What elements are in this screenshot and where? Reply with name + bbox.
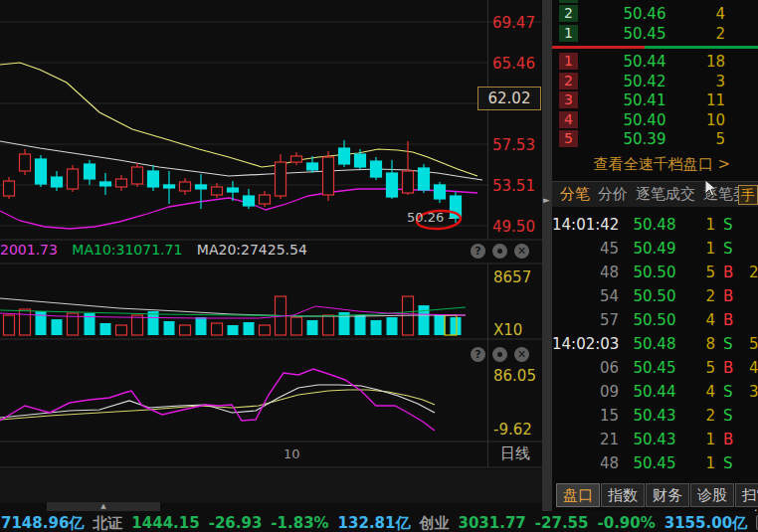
- tick-trade-list: 14:01:4250.481S4550.491S4850.505B25450.5…: [552, 213, 758, 475]
- bid-ask-ratio-bar: [552, 46, 758, 49]
- price-tick-label: 69.47: [492, 14, 540, 32]
- trade-volume: 2: [687, 284, 715, 308]
- status-segment: 7148.96亿: [1, 511, 84, 532]
- trade-side: S: [723, 404, 739, 428]
- trade-time: 06: [552, 356, 619, 380]
- settings-icon[interactable]: [492, 244, 507, 259]
- bid-row[interactable]: 150.4418: [552, 52, 758, 72]
- bid-price[interactable]: 50.40: [607, 110, 682, 130]
- trade-extra: 4: [749, 356, 758, 380]
- volume-ma10: MA10:31071.71: [72, 242, 182, 258]
- status-segment: -26.93: [209, 511, 263, 532]
- trade-side: S: [723, 213, 739, 237]
- trade-price: 50.45: [630, 356, 679, 380]
- tab-1[interactable]: 分笔: [560, 182, 590, 207]
- panel-bottom-tabs: 盘口指数财务诊股扫雷车: [552, 483, 758, 509]
- trade-price: 50.43: [630, 428, 679, 451]
- trade-price: 50.48: [630, 332, 679, 356]
- trade-volume: 5: [687, 261, 715, 284]
- market-status-bar: 7148.96亿北证1444.15-26.93-1.83%132.81亿创业30…: [0, 511, 758, 532]
- ask-level-badge: 1: [559, 25, 578, 42]
- trade-time: 14:01:42: [552, 213, 619, 237]
- trade-volume: 1: [687, 213, 715, 237]
- trade-time: 48: [552, 451, 619, 475]
- bid-price[interactable]: 50.42: [607, 72, 682, 91]
- trade-extra: 2: [749, 261, 758, 284]
- volume-pane-controls: ? ✕: [471, 244, 529, 259]
- drawer-handle[interactable]: ▲: [47, 502, 160, 511]
- bid-price[interactable]: 50.44: [607, 52, 682, 72]
- bid-row[interactable]: 550.395: [552, 129, 758, 149]
- trade-volume: 2: [687, 404, 715, 428]
- panel-tab-1[interactable]: 盘口: [556, 483, 600, 507]
- panel-tab-5[interactable]: 扫雷车: [735, 483, 758, 507]
- tab-3[interactable]: 逐笔成交: [636, 182, 695, 207]
- trade-volume: 4: [687, 308, 715, 332]
- volume-axis-max: 8657: [493, 268, 531, 286]
- indicator-axis-max: 86.05: [493, 367, 536, 385]
- trade-row: 0650.455B4: [552, 356, 758, 380]
- trade-side: S: [723, 237, 739, 261]
- bid-row[interactable]: 250.423: [552, 72, 758, 91]
- x-axis-tick: 10: [284, 446, 300, 461]
- close-icon[interactable]: ✕: [514, 347, 529, 362]
- bid-level-badge: 4: [559, 111, 578, 128]
- ask-row[interactable]: 150.452: [552, 24, 758, 44]
- bid-price[interactable]: 50.41: [607, 90, 682, 110]
- bid-row[interactable]: 450.4010: [552, 110, 758, 130]
- orderbook-partial-row: [559, 0, 578, 3]
- collapse-arrow-icon[interactable]: ►: [543, 195, 550, 205]
- trade-row: 14:02:0350.488S5: [552, 332, 758, 356]
- trade-volume: 1: [687, 428, 715, 451]
- ask-price[interactable]: 50.45: [607, 24, 682, 44]
- trade-time: 14:02:03: [552, 332, 619, 356]
- panel-tab-2[interactable]: 指数: [601, 483, 645, 507]
- trade-time: 15: [552, 404, 619, 428]
- ask-volume: 4: [679, 4, 725, 24]
- volume-ma20: MA20:27425.54: [197, 242, 307, 258]
- help-icon[interactable]: ?: [471, 244, 485, 259]
- trade-side: B: [723, 308, 739, 332]
- bid-volume: 5: [679, 129, 725, 149]
- trade-time: 45: [552, 237, 619, 261]
- trade-price: 50.48: [630, 213, 679, 237]
- bid-level-badge: 1: [559, 53, 578, 70]
- status-segment: 132.81亿: [338, 511, 411, 532]
- ask-row[interactable]: 250.464: [552, 4, 758, 24]
- indicator-axis-min: -9.62: [493, 421, 532, 439]
- trade-side: B: [723, 261, 739, 284]
- help-icon[interactable]: ?: [471, 347, 485, 362]
- bid-volume: 3: [679, 72, 725, 91]
- trade-row: 14:01:4250.481S: [552, 213, 758, 237]
- ask-price[interactable]: 50.46: [607, 4, 682, 24]
- settings-icon[interactable]: [492, 347, 507, 362]
- mouse-cursor-icon: [703, 179, 719, 199]
- trade-extra: 3: [749, 380, 758, 404]
- indicator-toolbar: ARCRVROBVASIEMV› 神奇九转 中线追击 >> 筹码: [0, 469, 542, 503]
- hand-badge[interactable]: 手: [738, 185, 758, 205]
- trade-tabs: 分笔分价逐笔成交逐笔委 手: [552, 181, 758, 207]
- trading-app-window: 69.4765.4657.5353.5149.50 62.02 50.26 – …: [0, 0, 758, 532]
- trade-price: 50.43: [630, 404, 679, 428]
- status-segment: -27.55: [535, 511, 589, 532]
- price-tick-label: 53.51: [492, 177, 540, 195]
- tab-2[interactable]: 分价: [598, 182, 628, 207]
- quote-panel: 250.464150.452150.4418250.423350.4111450…: [552, 0, 758, 511]
- bid-row[interactable]: 350.4111: [552, 90, 758, 110]
- panel-splitter[interactable]: ►: [542, 0, 552, 511]
- full-depth-link[interactable]: 查看全速千档盘口 >: [552, 155, 758, 174]
- bid-level-badge: 2: [559, 73, 578, 89]
- bid-price[interactable]: 50.39: [607, 129, 682, 149]
- close-icon[interactable]: ✕: [514, 244, 529, 259]
- panel-tab-4[interactable]: 诊股: [690, 483, 734, 507]
- period-label[interactable]: 日线: [500, 444, 530, 463]
- trade-side: S: [723, 332, 739, 356]
- ask-level-badge: 2: [559, 5, 578, 22]
- trade-price: 50.50: [630, 308, 679, 332]
- trade-time: 21: [552, 428, 619, 451]
- trade-volume: 1: [687, 451, 715, 475]
- trade-extra: 5: [749, 332, 758, 356]
- panel-tab-3[interactable]: 财务: [646, 483, 689, 507]
- trade-row: 2150.431B: [552, 428, 758, 451]
- bid-level-badge: 5: [559, 130, 578, 147]
